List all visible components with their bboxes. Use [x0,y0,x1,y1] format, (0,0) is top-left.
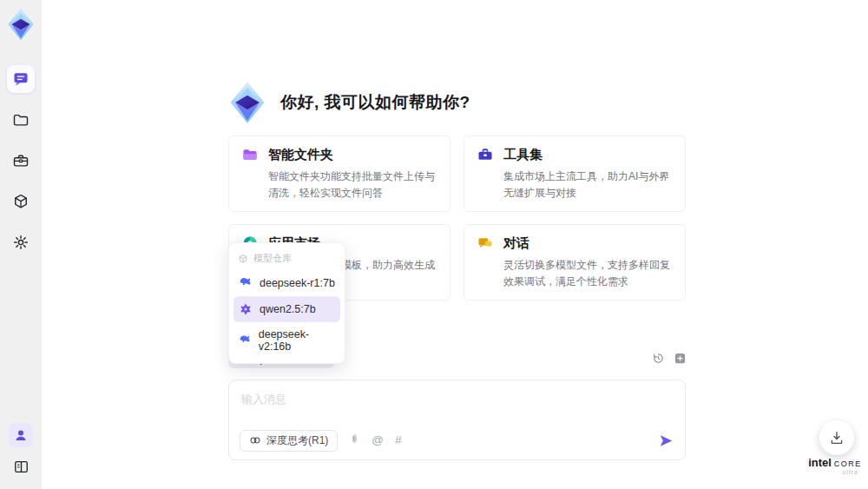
sidebar-item-folders[interactable] [7,106,35,134]
sidebar-item-chat[interactable] [7,65,35,93]
sidebar-item-user[interactable] [9,423,33,447]
prompt-tag-button[interactable]: # [395,434,402,446]
deepseek-icon [239,276,253,290]
folder-purple-icon [241,146,259,163]
deepseek-icon [239,334,252,347]
gear-icon [12,234,30,251]
qwen-icon [239,302,253,316]
app-logo-icon [6,8,36,41]
sidebar-nav [7,65,35,256]
cube-icon [12,193,30,210]
card-description: 集成市场上主流工具，助力AI与外界无缝扩展与对接 [503,169,673,201]
card-toolset[interactable]: 工具集 集成市场上主流工具，助力AI与外界无缝扩展与对接 [464,135,686,212]
send-icon [658,433,674,449]
model-option-label: deepseek-r1:7b [260,277,335,289]
history-button[interactable] [651,351,665,365]
repo-icon [238,254,248,264]
card-description: 灵活切换多模型文件，支持多样回复效果调试，满足个性化需求 [503,257,673,289]
history-icon [652,352,665,365]
panel-icon [13,459,30,475]
model-dropdown-header: 模型仓库 [233,248,340,270]
chat-icon [12,70,30,88]
download-icon [829,430,845,446]
card-dialog[interactable]: 对话 灵活切换多模型文件，支持多样回复效果调试，满足个性化需求 [464,224,686,301]
greeting-gem-icon [227,81,268,124]
card-title: 工具集 [503,147,542,163]
folder-icon [12,111,30,129]
card-title: 对话 [503,235,529,252]
card-description: 智能文件夹功能支持批量文件上传与清洗，轻松实现文件问答 [268,169,437,201]
composer-actions: 深度思考(R1) @ # [240,429,674,452]
model-option-label: deepseek-v2:16b [259,328,335,353]
new-chat-icon [674,352,687,365]
hash-icon: # [395,433,402,446]
sidebar-item-settings[interactable] [7,228,35,256]
model-dropdown: 模型仓库 deepseek-r1:7b qwen2.5:7b deepseek-… [228,242,345,364]
ultra-badge: ultra [808,469,862,475]
deep-think-toggle[interactable]: 深度思考(R1) [240,430,338,452]
chat-toolbar [651,351,687,365]
model-option-qwen[interactable]: qwen2.5:7b [233,296,340,322]
intel-core-logo: intelcore ultra [808,456,862,475]
model-option-label: qwen2.5:7b [260,303,316,315]
model-option-deepseek-v2[interactable]: deepseek-v2:16b [233,322,340,359]
sidebar-footer [0,423,42,479]
download-fab[interactable] [819,420,854,455]
toolset-icon [477,146,494,163]
send-button[interactable] [658,433,674,449]
message-input[interactable] [229,380,685,426]
model-option-deepseek-r1[interactable]: deepseek-r1:7b [233,270,340,296]
greeting: 你好, 我可以如何帮助你? [227,81,470,124]
at-icon: @ [372,433,384,446]
card-title: 智能文件夹 [268,147,333,163]
new-chat-button[interactable] [673,351,687,365]
app-window: 你好, 我可以如何帮助你? 智能文件夹 智能文件夹功能支持批量文件上传与清洗，轻… [0,0,868,489]
sidebar [0,0,42,489]
briefcase-icon [12,152,30,169]
message-composer: 深度思考(R1) @ # [228,380,686,460]
mention-button[interactable]: @ [372,434,384,446]
deep-think-label: 深度思考(R1) [266,433,328,448]
intel-wordmark: intel [808,456,832,469]
sidebar-item-toolbox[interactable] [7,147,35,175]
dialog-icon [477,235,494,252]
sidebar-item-models[interactable] [7,188,35,215]
sidebar-item-panel-toggle[interactable] [9,454,33,479]
model-dropdown-header-label: 模型仓库 [253,252,292,265]
attach-button[interactable] [349,433,360,448]
user-icon [13,427,29,443]
card-smart-folder[interactable]: 智能文件夹 智能文件夹功能支持批量文件上传与清洗，轻松实现文件问答 [228,135,450,212]
greeting-text: 你好, 我可以如何帮助你? [280,91,470,114]
core-wordmark: core [834,456,862,469]
deep-think-icon [249,434,261,446]
paperclip-icon [349,433,360,446]
